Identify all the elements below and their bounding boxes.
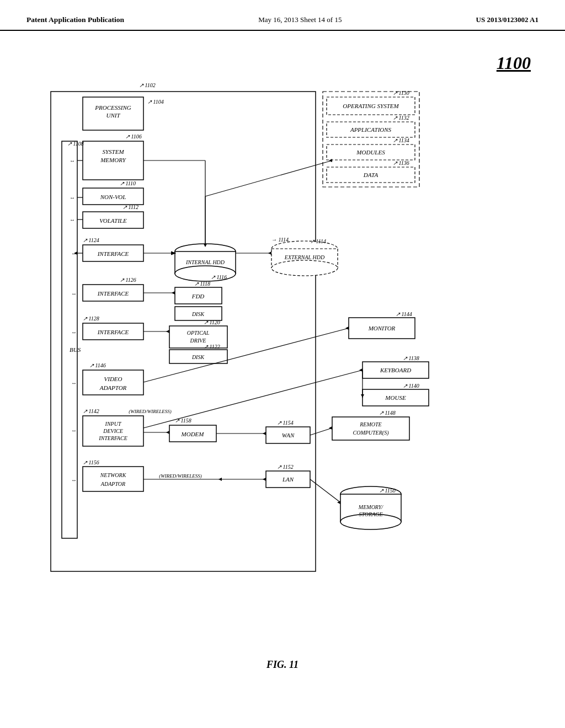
- svg-rect-45: [83, 467, 143, 491]
- svg-text:↔: ↔: [71, 250, 77, 256]
- svg-text:MEMORY/: MEMORY/: [358, 504, 383, 510]
- svg-text:↗ 1116: ↗ 1116: [211, 274, 227, 280]
- header-left: Patent Application Publication: [26, 15, 124, 24]
- svg-text:NETWORK: NETWORK: [100, 472, 127, 478]
- svg-text:DEVICE: DEVICE: [103, 428, 123, 434]
- svg-text:↗ 1156: ↗ 1156: [83, 459, 99, 465]
- svg-text:↗ 1142: ↗ 1142: [83, 408, 99, 414]
- svg-text:EXTERNAL HDD: EXTERNAL HDD: [284, 254, 325, 260]
- svg-text:↗ 1132: ↗ 1132: [393, 115, 409, 121]
- svg-text:OPERATING SYSTEM: OPERATING SYSTEM: [343, 103, 399, 109]
- svg-text:↔: ↔: [71, 291, 77, 297]
- svg-text:↔: ↔: [71, 329, 77, 335]
- svg-text:↔: ↔: [70, 217, 75, 223]
- svg-point-58: [271, 260, 338, 276]
- diagram-area: 1100 ↗ 1102 BUS PROCESSING UNIT ↗ 1104 S…: [34, 47, 531, 654]
- svg-text:ADAPTOR: ADAPTOR: [100, 481, 125, 487]
- svg-text:DISK: DISK: [191, 311, 205, 317]
- svg-text:REMOTE: REMOTE: [359, 421, 381, 427]
- svg-marker-108: [345, 326, 349, 330]
- svg-text:↗ 1150: ↗ 1150: [379, 488, 396, 494]
- svg-text:↗ 1122: ↗ 1122: [204, 344, 220, 350]
- svg-text:↗ 1130: ↗ 1130: [393, 90, 409, 96]
- svg-text:↗ 1144: ↗ 1144: [396, 311, 412, 317]
- svg-text:↗ 1128: ↗ 1128: [83, 315, 99, 322]
- svg-text:INTERFACE: INTERFACE: [97, 290, 129, 297]
- svg-text:↗ 1114: ↗ 1114: [310, 238, 326, 244]
- svg-rect-34: [83, 370, 143, 395]
- svg-text:↔: ↔: [71, 380, 77, 386]
- svg-text:LAN: LAN: [282, 476, 294, 483]
- svg-text:↗ 1102: ↗ 1102: [139, 82, 156, 88]
- svg-rect-125: [332, 417, 409, 440]
- svg-text:BUS: BUS: [70, 346, 81, 353]
- svg-text:INPUT: INPUT: [105, 421, 122, 427]
- svg-text:↗ 1136: ↗ 1136: [393, 160, 409, 166]
- svg-text:(WIRED/WIRELESS): (WIRED/WIRELESS): [159, 473, 201, 479]
- svg-text:↗ 1126: ↗ 1126: [120, 277, 136, 283]
- svg-text:INTERFACE: INTERFACE: [97, 329, 129, 335]
- header-center: May 16, 2013 Sheet 14 of 15: [258, 15, 342, 24]
- svg-text:MODEM: MODEM: [181, 431, 205, 437]
- svg-text:↔: ↔: [71, 477, 77, 483]
- svg-text:↔: ↔: [70, 158, 75, 164]
- svg-text:DISK: DISK: [191, 354, 205, 360]
- svg-text:STORAGE: STORAGE: [359, 511, 382, 517]
- diagram-number: 1100: [497, 53, 531, 73]
- svg-text:ADAPTOR: ADAPTOR: [99, 384, 127, 391]
- svg-text:↗ 1106: ↗ 1106: [125, 133, 142, 140]
- svg-marker-140: [359, 368, 363, 372]
- svg-text:APPLICATIONS: APPLICATIONS: [350, 126, 392, 133]
- svg-text:KEYBOARD: KEYBOARD: [380, 367, 411, 373]
- svg-text:↗ 1110: ↗ 1110: [120, 180, 136, 186]
- svg-text:INTERNAL HDD: INTERNAL HDD: [185, 259, 225, 265]
- svg-text:↗ 1138: ↗ 1138: [403, 355, 419, 361]
- svg-text:OPTICAL: OPTICAL: [187, 330, 210, 336]
- svg-text:↗ 1104: ↗ 1104: [147, 99, 164, 105]
- svg-text:INTERFACE: INTERFACE: [97, 250, 129, 257]
- svg-text:PROCESSING: PROCESSING: [94, 104, 131, 111]
- svg-text:↗ 1146: ↗ 1146: [89, 362, 106, 368]
- svg-text:→ 1114: → 1114: [271, 237, 289, 243]
- header-right: US 2013/0123002 A1: [476, 15, 539, 24]
- svg-text:FDD: FDD: [191, 293, 205, 299]
- svg-text:SYSTEM: SYSTEM: [102, 148, 124, 155]
- figure-label: FIG. 11: [266, 659, 299, 671]
- svg-text:↔: ↔: [71, 427, 77, 433]
- svg-text:MEMORY: MEMORY: [100, 157, 127, 163]
- page-header: Patent Application Publication May 16, 2…: [0, 0, 565, 31]
- svg-text:UNIT: UNIT: [106, 112, 120, 119]
- svg-text:↗ 1152: ↗ 1152: [277, 464, 294, 470]
- svg-text:↗ 1148: ↗ 1148: [379, 410, 396, 416]
- svg-text:↗ 1108: ↗ 1108: [67, 141, 84, 147]
- svg-text:MODULES: MODULES: [356, 149, 385, 156]
- svg-text:VOLATILE: VOLATILE: [99, 217, 127, 224]
- svg-text:MOUSE: MOUSE: [385, 394, 406, 401]
- svg-text:VIDEO: VIDEO: [104, 376, 122, 382]
- svg-text:MONITOR: MONITOR: [368, 325, 396, 331]
- svg-text:↗ 1124: ↗ 1124: [83, 237, 99, 243]
- svg-text:↗ 1154: ↗ 1154: [277, 420, 294, 426]
- svg-text:(WIRED/WIRELESS): (WIRED/WIRELESS): [129, 409, 171, 414]
- svg-text:DRIVE: DRIVE: [190, 338, 206, 344]
- svg-text:↔: ↔: [70, 195, 75, 201]
- diagram-svg: ↗ 1102 BUS PROCESSING UNIT ↗ 1104 SYSTEM…: [34, 75, 509, 615]
- svg-text:DATA: DATA: [363, 172, 379, 178]
- svg-text:↗ 1140: ↗ 1140: [403, 383, 419, 389]
- svg-text:↗ 1120: ↗ 1120: [204, 319, 220, 325]
- svg-text:↗ 1112: ↗ 1112: [122, 204, 138, 210]
- svg-text:INTERFACE: INTERFACE: [98, 435, 127, 441]
- svg-text:↗ 1118: ↗ 1118: [194, 281, 210, 287]
- svg-text:WAN: WAN: [282, 432, 295, 438]
- svg-text:↗ 1158: ↗ 1158: [175, 417, 191, 424]
- svg-text:↗ 1134: ↗ 1134: [393, 137, 409, 143]
- svg-text:COMPUTER(S): COMPUTER(S): [353, 430, 390, 436]
- svg-text:NON-VOL: NON-VOL: [100, 194, 126, 200]
